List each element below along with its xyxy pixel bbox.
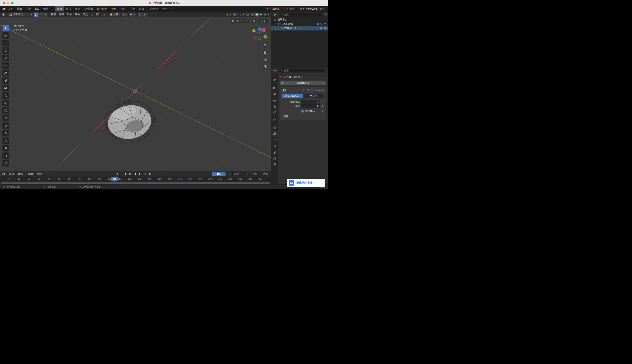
new-scene-icon[interactable]: [289, 8, 292, 10]
tool-measure[interactable]: [3, 78, 9, 84]
tool-poly-build[interactable]: [3, 130, 9, 136]
advanced-section-toggle[interactable]: ▸ 高级: [282, 115, 324, 118]
jump-prev-keyframe-button[interactable]: [128, 172, 132, 176]
rendered-shading-button[interactable]: [263, 13, 267, 16]
drag-handle-icon[interactable]: ⣿: [323, 90, 325, 91]
expand-icon[interactable]: ▾: [279, 28, 279, 29]
pin-icon[interactable]: [323, 76, 326, 78]
decorator-dot[interactable]: [322, 101, 323, 102]
solid-shading-button[interactable]: [255, 13, 259, 16]
tab-constraints[interactable]: [271, 149, 278, 155]
outliner-row-scene-collection[interactable]: 场景集合: [271, 17, 328, 22]
add-workspace-button[interactable]: +: [169, 6, 174, 11]
snap-options-dropdown[interactable]: ▾: [133, 12, 136, 17]
tool-extrude-region[interactable]: [3, 92, 9, 99]
viewport-menu-item[interactable]: UV: [100, 12, 107, 17]
tab-catmull-clark[interactable]: Catmull-Clark: [282, 94, 303, 98]
tab-modifiers[interactable]: [271, 131, 278, 137]
workspace-tab[interactable]: 着色: [109, 6, 118, 12]
toggle-ortho-grid-icon[interactable]: [263, 64, 268, 69]
outliner-row-cube[interactable]: ▾ 立方体: [271, 26, 328, 30]
tool-add-cube[interactable]: [3, 85, 9, 91]
viewport-menu-item[interactable]: 顶点: [81, 12, 89, 17]
disable-render-icon[interactable]: [324, 22, 326, 25]
properties-search[interactable]: [279, 69, 325, 72]
app-menu-item[interactable]: 编辑: [15, 6, 24, 12]
workspace-tab[interactable]: 动画: [118, 6, 128, 12]
tab-world[interactable]: [271, 109, 278, 115]
workspace-tab[interactable]: 雕刻: [73, 6, 82, 12]
scene-selector[interactable]: ▾ Scene ×: [264, 6, 296, 11]
editor-type-selector[interactable]: ▾: [1, 12, 7, 17]
mode-selector[interactable]: 编辑模式 ▾: [8, 12, 33, 17]
workspace-tab[interactable]: 渲染: [128, 6, 137, 12]
workspace-tab[interactable]: 建模: [64, 6, 73, 12]
timeline-ruler[interactable]: 0102030405060708090100110120130140150160…: [0, 177, 271, 182]
tab-view-layer[interactable]: [271, 97, 278, 103]
use-preview-range-icon[interactable]: [227, 172, 231, 176]
mirror-icon[interactable]: [231, 19, 235, 23]
tool-shrink-fatten[interactable]: [3, 160, 9, 166]
tab-render[interactable]: [271, 85, 278, 90]
proportional-falloff-dropdown[interactable]: ▾: [142, 12, 148, 17]
play-button[interactable]: [138, 172, 142, 176]
xray-toggle[interactable]: [245, 12, 250, 17]
realtime-display-toggle[interactable]: [310, 89, 314, 92]
unlink-scene-icon[interactable]: ×: [293, 8, 294, 10]
tab-scene[interactable]: [271, 103, 278, 109]
playback-menu[interactable]: 回放▾: [8, 172, 16, 176]
frame-end-field[interactable]: 结束250: [251, 172, 269, 176]
viewport-menu-item[interactable]: 视图: [50, 12, 58, 17]
auto-keying-dropdown[interactable]: ▾: [120, 173, 120, 175]
modifier-wrench-icon[interactable]: [294, 27, 297, 30]
collection-checkbox[interactable]: ✓: [317, 23, 319, 25]
playhead-frame-chip[interactable]: 105: [111, 177, 118, 181]
viewport-menu-item[interactable]: 面: [95, 12, 100, 17]
render-toggle[interactable]: [315, 89, 318, 92]
auto-keying-toggle[interactable]: [115, 172, 119, 176]
outliner-search[interactable]: [279, 13, 323, 16]
value-slider[interactable]: 3: [301, 100, 320, 104]
transform-orientation-selector[interactable]: 全局 ▾: [109, 12, 121, 17]
shading-options-dropdown[interactable]: ▾: [267, 14, 269, 16]
material-shading-button[interactable]: [259, 13, 263, 16]
breadcrumb-modifier[interactable]: 细分: [298, 75, 303, 79]
viewport-menu-item[interactable]: 选择: [58, 12, 65, 17]
workspace-tab[interactable]: 布局: [55, 6, 64, 12]
navigation-gizmo[interactable]: Z X Y: [252, 26, 268, 42]
tab-material[interactable]: [271, 161, 278, 167]
properties-search-input[interactable]: [284, 69, 323, 72]
tab-output[interactable]: [271, 91, 278, 97]
show-object-types-dropdown[interactable]: ▾: [226, 12, 232, 17]
mirror-x-toggle[interactable]: X: [236, 19, 240, 23]
timeline-marker-menu[interactable]: 标记: [35, 172, 44, 176]
tool-edge-slide[interactable]: [3, 152, 9, 159]
workspace-tab[interactable]: 纹理绘制: [95, 6, 109, 12]
properties-options-dropdown[interactable]: ▾: [326, 70, 326, 72]
close-window-button[interactable]: [3, 2, 5, 4]
pan-hand-icon[interactable]: [263, 50, 268, 55]
traffic-lights[interactable]: [3, 2, 14, 4]
outliner-search-input[interactable]: [284, 13, 321, 16]
face-select-button[interactable]: [43, 12, 48, 17]
hide-eye-icon[interactable]: [320, 22, 323, 25]
tab-tool[interactable]: [271, 77, 278, 83]
workspace-tab[interactable]: UV编辑: [82, 6, 95, 12]
tool-rotate[interactable]: [3, 48, 9, 54]
remove-viewlayer-icon[interactable]: ×: [323, 8, 325, 10]
mirror-z-toggle[interactable]: Z: [246, 19, 250, 23]
maximize-window-button[interactable]: [11, 2, 14, 4]
filter-funnel-icon[interactable]: [324, 13, 326, 16]
vertex-select-button[interactable]: [34, 12, 39, 17]
tool-loop-cut[interactable]: [3, 115, 9, 121]
viewport-canvas[interactable]: 用户透视 (105) 立方体 X: [0, 17, 271, 171]
mesh-data-icon[interactable]: [298, 27, 300, 30]
keying-menu[interactable]: 插帧▾: [17, 172, 25, 176]
value-slider[interactable]: 2: [301, 104, 320, 108]
proportional-edit-toggle[interactable]: [137, 12, 142, 17]
edge-select-button[interactable]: [39, 12, 43, 17]
viewport-menu-item[interactable]: 添加: [65, 12, 73, 17]
timeline-scrollbar-thumb[interactable]: [1, 182, 270, 184]
options-dropdown[interactable]: 选项▾: [259, 19, 268, 23]
minimize-window-button[interactable]: [7, 2, 10, 4]
